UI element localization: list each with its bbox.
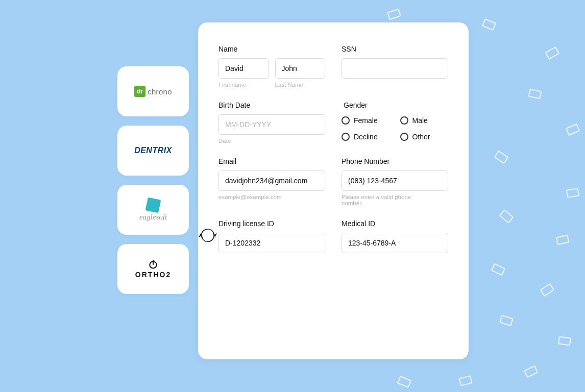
gender-option-label: Decline [354,133,378,141]
license-label: Driving license ID [218,219,325,228]
ssn-input[interactable] [342,58,448,79]
eaglesoft-text: eaglesoft [139,213,167,222]
integration-card-eaglesoft[interactable]: eaglesoft [117,185,189,235]
name-field-group: Name First name Last Name [218,45,325,88]
decor-rect [528,89,542,100]
radio-icon [400,116,408,125]
gender-option-label: Other [412,133,430,141]
ortho2-text: ORTHO2 [135,271,171,279]
drchrono-text: chrono [148,87,172,96]
email-hint: example@example.com [218,194,325,200]
radio-icon [342,133,350,141]
decor-rect [482,18,496,31]
email-input[interactable] [218,170,325,191]
integration-logo-column: dr chrono DENTRIX eaglesoft ORTHO2 [117,66,189,294]
medical-input[interactable] [342,233,448,253]
gender-radio-male[interactable]: Male [400,116,449,125]
decor-rect [397,376,411,388]
decor-rect [491,263,506,276]
gender-option-label: Female [354,116,378,125]
decor-rect [545,46,560,60]
decor-rect [566,188,579,198]
birthdate-input[interactable] [218,114,325,135]
integration-card-drchrono[interactable]: dr chrono [117,66,189,116]
gender-radio-decline[interactable]: Decline [342,133,390,141]
decor-rect [499,209,514,224]
medical-field-group: Medical ID [342,219,448,253]
stage: dr chrono DENTRIX eaglesoft ORTHO2 Name [117,22,469,359]
first-name-hint: First name [218,82,269,88]
eaglesoft-icon [145,197,161,213]
patient-form-card: Name First name Last Name SSN Birth Date [198,22,469,359]
birthdate-field-group: Birth Date Date [218,101,325,144]
radio-icon [342,116,350,125]
decor-rect [387,9,401,20]
gender-radio-other[interactable]: Other [400,133,449,141]
license-field-group: Driving license ID [218,219,325,253]
gender-label: Gender [344,101,448,109]
decor-rect [540,283,555,297]
email-label: Email [218,157,325,165]
phone-label: Phone Number [342,157,448,165]
birthdate-hint: Date [218,138,325,144]
last-name-hint: Last Name [275,82,326,88]
medical-label: Medical ID [342,219,448,228]
decor-rect [458,375,472,386]
phone-field-group: Phone Number Please enter a valid phone … [342,157,448,206]
sync-icon [198,226,217,245]
ortho2-logo: ORTHO2 [135,259,171,279]
first-name-input[interactable] [218,58,269,79]
decor-rect [556,235,570,246]
gender-field-group: Gender Female Male Decline [342,101,448,144]
license-input[interactable] [218,233,325,253]
birthdate-label: Birth Date [218,101,325,109]
last-name-input[interactable] [275,58,326,79]
email-field-group: Email example@example.com [218,157,325,206]
decor-rect [524,365,539,378]
decor-rect [558,336,571,346]
gender-radio-female[interactable]: Female [342,116,390,125]
integration-card-ortho2[interactable]: ORTHO2 [117,244,189,294]
integration-card-dentrix[interactable]: DENTRIX [117,126,189,176]
decor-rect [566,124,580,136]
ssn-field-group: SSN [342,45,448,88]
decor-rect [494,151,509,164]
phone-hint: Please enter a valid phone number. [342,194,433,206]
power-icon [148,259,158,270]
ssn-label: SSN [342,45,448,53]
radio-icon [400,133,408,141]
drchrono-badge: dr [134,86,145,97]
decor-rect [499,315,514,327]
phone-input[interactable] [342,170,448,191]
drchrono-logo: dr chrono [134,86,172,97]
name-label: Name [218,45,325,53]
dentrix-logo: DENTRIX [134,146,172,155]
eaglesoft-logo: eaglesoft [139,199,167,222]
gender-option-label: Male [412,116,428,125]
